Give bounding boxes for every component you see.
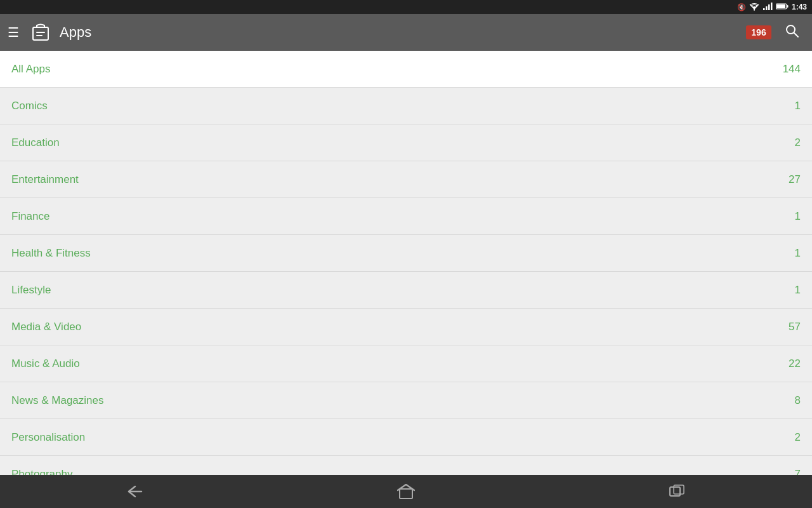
list-item[interactable]: Education2 bbox=[0, 124, 812, 161]
toolbar: ☰ Apps 196 bbox=[0, 14, 812, 51]
category-label: Media & Video bbox=[11, 321, 81, 333]
home-button[interactable] bbox=[382, 479, 430, 504]
category-label: Music & Audio bbox=[11, 358, 80, 370]
category-count: 2 bbox=[795, 431, 801, 444]
status-icons: 🔇 1:43 bbox=[737, 2, 807, 12]
category-label: Entertainment bbox=[11, 173, 79, 186]
svg-rect-15 bbox=[670, 487, 680, 496]
list-item[interactable]: Music & Audio22 bbox=[0, 345, 812, 382]
list-item[interactable]: Finance1 bbox=[0, 198, 812, 235]
back-button[interactable] bbox=[111, 479, 159, 504]
category-count: 7 bbox=[795, 468, 801, 476]
svg-rect-6 bbox=[776, 4, 785, 8]
mute-icon: 🔇 bbox=[737, 3, 746, 11]
app-count-badge: 196 bbox=[746, 25, 771, 39]
category-label: Finance bbox=[11, 210, 49, 223]
svg-rect-3 bbox=[768, 4, 770, 10]
category-count: 144 bbox=[783, 63, 801, 76]
time-display: 1:43 bbox=[792, 3, 807, 11]
svg-rect-4 bbox=[771, 3, 773, 10]
category-label: Education bbox=[11, 137, 60, 149]
svg-point-0 bbox=[754, 9, 755, 10]
category-list: All Apps144Comics1Education2Entertainmen… bbox=[0, 51, 812, 475]
toolbar-title: Apps bbox=[60, 24, 738, 41]
category-count: 27 bbox=[789, 173, 801, 186]
list-item[interactable]: Entertainment27 bbox=[0, 161, 812, 198]
svg-rect-8 bbox=[33, 27, 48, 40]
category-count: 8 bbox=[795, 394, 801, 407]
wifi-icon bbox=[749, 2, 759, 12]
svg-rect-10 bbox=[36, 35, 43, 36]
search-button[interactable] bbox=[779, 20, 804, 44]
list-item[interactable]: All Apps144 bbox=[0, 51, 812, 88]
category-count: 22 bbox=[789, 358, 801, 370]
list-item[interactable]: News & Magazines8 bbox=[0, 382, 812, 419]
hamburger-icon[interactable]: ☰ bbox=[8, 25, 19, 40]
category-count: 1 bbox=[795, 210, 801, 223]
category-label: All Apps bbox=[11, 63, 50, 76]
recents-button[interactable] bbox=[653, 479, 701, 504]
category-count: 2 bbox=[795, 137, 801, 149]
category-count: 57 bbox=[789, 321, 801, 333]
list-item[interactable]: Photography7 bbox=[0, 456, 812, 475]
category-label: News & Magazines bbox=[11, 394, 104, 407]
category-label: Health & Fitness bbox=[11, 247, 91, 260]
app-logo-icon bbox=[29, 21, 52, 44]
list-item[interactable]: Health & Fitness1 bbox=[0, 235, 812, 272]
category-label: Photography bbox=[11, 468, 72, 476]
signal-icon bbox=[763, 2, 773, 12]
svg-rect-9 bbox=[36, 32, 45, 33]
list-item[interactable]: Lifestyle1 bbox=[0, 272, 812, 309]
battery-icon bbox=[776, 3, 789, 11]
svg-rect-7 bbox=[787, 5, 788, 8]
category-count: 1 bbox=[795, 100, 801, 112]
category-label: Lifestyle bbox=[11, 284, 51, 297]
svg-rect-1 bbox=[763, 8, 765, 10]
category-count: 1 bbox=[795, 247, 801, 260]
status-bar: 🔇 1:43 bbox=[0, 0, 812, 14]
category-label: Personalisation bbox=[11, 431, 85, 444]
list-item[interactable]: Comics1 bbox=[0, 88, 812, 124]
svg-line-12 bbox=[794, 33, 799, 37]
list-item[interactable]: Personalisation2 bbox=[0, 419, 812, 456]
svg-rect-14 bbox=[400, 489, 412, 498]
svg-rect-2 bbox=[766, 6, 768, 10]
bottom-nav-bar bbox=[0, 475, 812, 508]
category-label: Comics bbox=[11, 100, 48, 112]
list-item[interactable]: Media & Video57 bbox=[0, 309, 812, 345]
category-count: 1 bbox=[795, 284, 801, 297]
